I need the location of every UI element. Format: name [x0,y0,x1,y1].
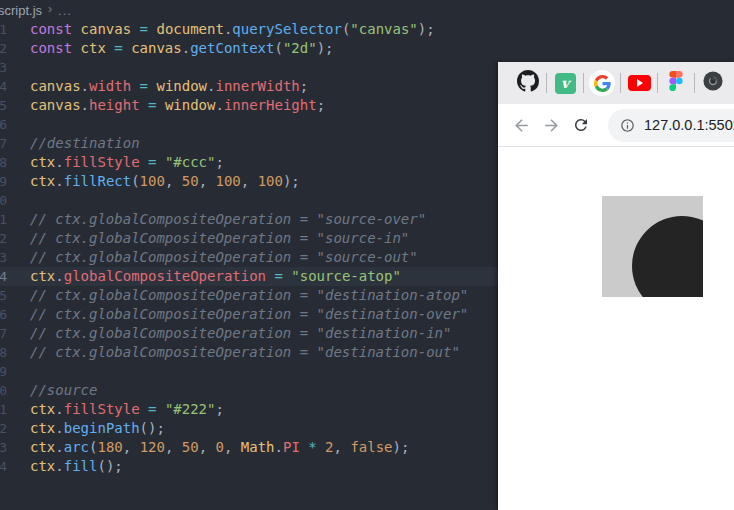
canvas-source-circle [632,216,703,297]
line-number: 7 [0,134,7,153]
tab-figma[interactable] [661,66,691,100]
tab-youtube[interactable] [624,66,654,100]
line-number-gutter: 123456789101112131415161718192021222324 [0,20,7,476]
github-icon [517,70,539,96]
screen: script.js › ... const canvas = document.… [0,0,734,510]
tab-vue[interactable]: v [550,66,580,100]
line-number: 20 [0,381,7,400]
line-number: 9 [0,172,7,191]
breadcrumb[interactable]: script.js › ... [0,1,72,19]
line-number: 22 [0,419,7,438]
tab-separator [546,73,547,93]
line-number: 15 [0,286,7,305]
address-bar[interactable]: 127.0.0.1:5502 [608,109,734,142]
canvas-destination-rect [602,196,703,297]
tab-separator [583,73,584,93]
forward-arrow-icon [542,116,561,135]
line-number: 12 [0,229,7,248]
browser-toolbar: 127.0.0.1:5502 [498,104,734,147]
google-icon [589,70,615,96]
refresh-icon [572,116,590,134]
back-button[interactable] [508,112,534,138]
tab-google[interactable] [587,66,617,100]
chrome-dev-icon [703,71,723,95]
line-number: 5 [0,96,7,115]
line-number: 17 [0,324,7,343]
code-line[interactable]: const ctx = canvas.getContext("2d"); [0,39,734,58]
line-number: 21 [0,400,7,419]
line-number: 19 [0,362,7,381]
line-number: 11 [0,210,7,229]
tab-separator [694,73,695,93]
youtube-icon [628,75,651,91]
line-number: 3 [0,58,7,77]
vue-icon: v [555,73,576,94]
forward-button[interactable] [538,112,564,138]
back-arrow-icon [512,116,531,135]
line-number: 1 [0,20,7,39]
breadcrumb-file[interactable]: script.js [0,3,42,18]
tab-chrome-dev[interactable] [698,66,728,100]
tab-separator [620,73,621,93]
line-number: 8 [0,153,7,172]
browser-tab-strip: v [498,62,734,104]
figma-icon [669,71,683,95]
line-number: 13 [0,248,7,267]
url-text[interactable]: 127.0.0.1:5502 [644,117,734,133]
tab-separator [657,73,658,93]
site-info-icon[interactable] [620,118,635,133]
browser-window: v [498,62,734,510]
line-number: 14 [0,267,7,286]
line-number: 10 [0,191,7,210]
browser-viewport [498,147,734,510]
tab-github[interactable] [513,66,543,100]
line-number: 16 [0,305,7,324]
chevron-right-icon: › [48,2,52,16]
line-number: 2 [0,39,7,58]
line-number: 4 [0,77,7,96]
line-number: 6 [0,115,7,134]
refresh-button[interactable] [568,112,594,138]
code-line[interactable]: const canvas = document.querySelector("c… [0,20,734,39]
line-number: 24 [0,457,7,476]
line-number: 18 [0,343,7,362]
breadcrumb-more[interactable]: ... [58,3,72,18]
line-number: 23 [0,438,7,457]
